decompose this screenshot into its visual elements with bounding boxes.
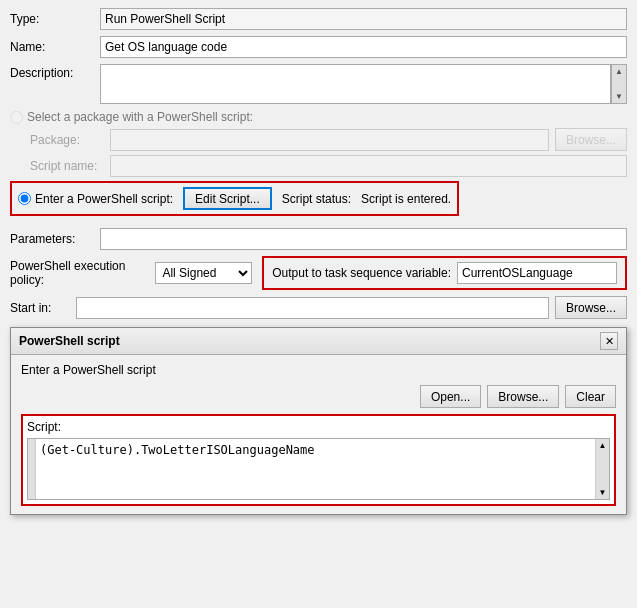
select-package-label: Select a package with a PowerShell scrip…	[27, 110, 253, 124]
script-name-label: Script name:	[30, 159, 110, 173]
enter-script-highlighted: Enter a PowerShell script: Edit Script..…	[10, 181, 459, 216]
scroll-up-icon: ▲	[615, 67, 623, 76]
script-scroll-up-icon: ▲	[599, 441, 607, 450]
select-package-row: Select a package with a PowerShell scrip…	[10, 110, 627, 124]
browse-package-button[interactable]: Browse...	[555, 128, 627, 151]
dialog-title: PowerShell script	[19, 334, 120, 348]
description-label: Description:	[10, 64, 100, 80]
package-label: Package:	[30, 133, 110, 147]
main-panel: Type: Name: Description: ▲ ▼ Select a pa…	[0, 0, 637, 523]
description-row: Description: ▲ ▼	[10, 64, 627, 104]
name-input[interactable]	[100, 36, 627, 58]
dialog-subtitle: Enter a PowerShell script	[21, 363, 616, 377]
edit-script-button[interactable]: Edit Script...	[183, 187, 272, 210]
package-input[interactable]	[110, 129, 549, 151]
script-scrollbar[interactable]: ▲ ▼	[595, 439, 609, 499]
script-left-bar	[28, 439, 36, 499]
name-row: Name:	[10, 36, 627, 58]
type-label: Type:	[10, 12, 100, 26]
type-input[interactable]	[100, 8, 627, 30]
script-name-row: Script name:	[10, 155, 627, 177]
package-row: Package: Browse...	[10, 128, 627, 151]
policy-label: PowerShell execution policy:	[10, 259, 145, 287]
type-row: Type:	[10, 8, 627, 30]
policy-select[interactable]: All Signed Bypass Restricted Undefined	[155, 262, 252, 284]
policy-output-row: PowerShell execution policy: All Signed …	[10, 256, 627, 290]
script-area-wrapper: (Get-Culture).TwoLetterISOLanguageName ▲…	[27, 438, 610, 500]
browse-start-button[interactable]: Browse...	[555, 296, 627, 319]
browse-button[interactable]: Browse...	[487, 385, 559, 408]
script-status-label: Script status:	[282, 192, 351, 206]
output-input[interactable]	[457, 262, 617, 284]
script-label: Script:	[27, 420, 610, 434]
dialog-titlebar: PowerShell script ✕	[11, 328, 626, 355]
enter-script-section: Enter a PowerShell script: Edit Script..…	[10, 181, 627, 222]
open-button[interactable]: Open...	[420, 385, 481, 408]
enter-script-radio-row: Enter a PowerShell script:	[18, 192, 173, 206]
script-textarea[interactable]: (Get-Culture).TwoLetterISOLanguageName	[36, 439, 595, 499]
script-status-value: Script is entered.	[361, 192, 451, 206]
output-label: Output to task sequence variable:	[272, 266, 451, 280]
clear-button[interactable]: Clear	[565, 385, 616, 408]
description-scrollbar[interactable]: ▲ ▼	[611, 64, 627, 104]
select-package-radio[interactable]	[10, 111, 23, 124]
dialog-buttons-row: Open... Browse... Clear	[21, 385, 616, 408]
enter-script-label: Enter a PowerShell script:	[35, 192, 173, 206]
name-label: Name:	[10, 40, 100, 54]
scroll-down-icon: ▼	[615, 92, 623, 101]
enter-script-radio[interactable]	[18, 192, 31, 205]
parameters-input[interactable]	[100, 228, 627, 250]
powershell-dialog: PowerShell script ✕ Enter a PowerShell s…	[10, 327, 627, 515]
start-label: Start in:	[10, 301, 70, 315]
dialog-body: Enter a PowerShell script Open... Browse…	[11, 355, 626, 514]
script-highlighted-section: Script: (Get-Culture).TwoLetterISOLangua…	[21, 414, 616, 506]
script-name-input[interactable]	[110, 155, 627, 177]
start-row: Start in: Browse...	[10, 296, 627, 319]
output-section: Output to task sequence variable:	[262, 256, 627, 290]
description-input[interactable]	[100, 64, 611, 104]
script-scroll-down-icon: ▼	[599, 488, 607, 497]
parameters-label: Parameters:	[10, 232, 100, 246]
start-input[interactable]	[76, 297, 549, 319]
dialog-close-button[interactable]: ✕	[600, 332, 618, 350]
parameters-row: Parameters:	[10, 228, 627, 250]
